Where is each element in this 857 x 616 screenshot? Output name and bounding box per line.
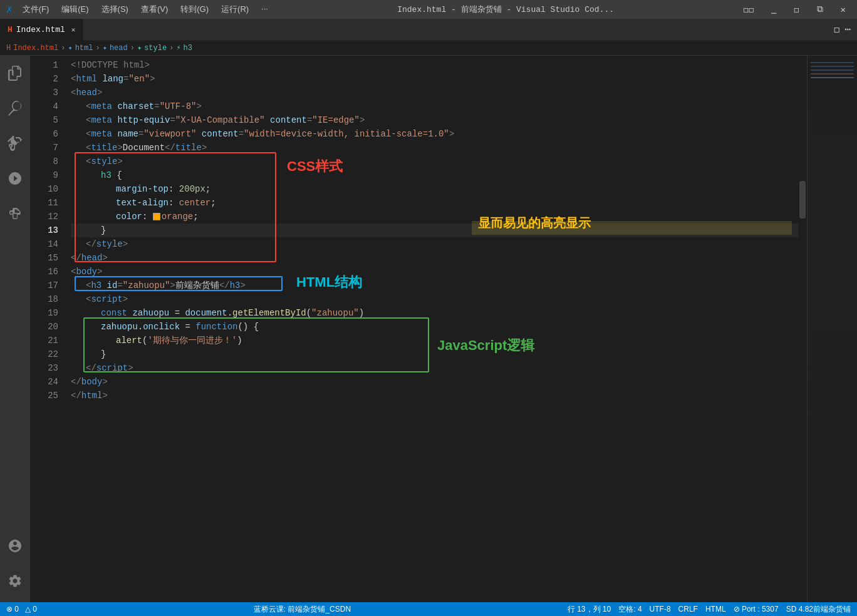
menu-view[interactable]: 查看(V) xyxy=(136,3,173,16)
status-language[interactable]: HTML xyxy=(705,605,726,613)
head-icon: ✦ xyxy=(103,43,107,53)
statusbar-left: ⊗ 0 △ 0 xyxy=(6,605,37,613)
html-annotation-box xyxy=(75,276,283,291)
breadcrumb-sep3: › xyxy=(130,44,135,53)
css-annotation-box xyxy=(75,152,276,262)
code-line-24: </body> xyxy=(71,375,798,389)
activitybar xyxy=(0,56,30,602)
breadcrumb-html[interactable]: ✦ html xyxy=(68,43,93,53)
statusbar: ⊗ 0 △ 0 蓝桥云课: 前端杂货铺_CSDN 行 13，列 10 空格: 4… xyxy=(0,602,857,616)
status-righttext: SD 4.82前端杂货铺 xyxy=(786,604,851,615)
extensions-icon[interactable] xyxy=(0,198,30,228)
tab-indexhtml[interactable]: H Index.html ✕ xyxy=(0,19,83,41)
split-editor-icon[interactable]: ◻ xyxy=(834,23,840,36)
menu-run[interactable]: 运行(R) xyxy=(216,3,254,16)
code-line-6: <meta name="viewport" content="width=dev… xyxy=(71,127,798,141)
breadcrumb-sep2: › xyxy=(95,44,100,53)
layout-btn[interactable]: ◻◻ xyxy=(738,3,759,16)
menu-goto[interactable]: 转到(G) xyxy=(175,3,214,16)
activitybar-bottom xyxy=(0,531,30,596)
code-area[interactable]: <!DOCTYPE html> <html lang="en"> <head> … xyxy=(65,56,798,602)
main-area: 12345 678910 1112131415 1617181920 21222… xyxy=(0,56,857,602)
menu-select[interactable]: 选择(S) xyxy=(96,3,133,16)
close-btn[interactable]: ✕ xyxy=(836,3,851,16)
menu-more[interactable]: ··· xyxy=(256,3,273,16)
code-line-2: <html lang="en"> xyxy=(71,72,798,86)
code-line-18: <script> xyxy=(71,292,798,306)
account-icon[interactable] xyxy=(0,531,30,561)
style-icon: ✦ xyxy=(137,43,142,53)
selector-icon: ⚡ xyxy=(176,43,180,53)
titlebar-left: ✗ 文件(F) 编辑(E) 选择(S) 查看(V) 转到(G) 运行(R) ··… xyxy=(6,3,273,16)
restore-btn[interactable]: ◻ xyxy=(789,3,804,16)
titlebar: ✗ 文件(F) 编辑(E) 选择(S) 查看(V) 转到(G) 运行(R) ··… xyxy=(0,0,857,19)
highlight-label: 显而易见的高亮显示 xyxy=(478,215,591,232)
js-label: JavaScript逻辑 xyxy=(437,336,534,355)
status-spaces[interactable]: 空格: 4 xyxy=(618,604,641,615)
status-line-col[interactable]: 行 13，列 10 xyxy=(568,604,611,615)
vscode-logo: ✗ xyxy=(6,3,13,16)
minimap xyxy=(807,56,857,602)
code-line-5: <meta http-equiv="X-UA-Compatible" conte… xyxy=(71,113,798,127)
html-label: HTML结构 xyxy=(296,273,362,292)
window-controls: ◻◻ ⎯ ◻ ⧉ ✕ xyxy=(738,3,851,16)
search-icon[interactable] xyxy=(0,93,30,123)
status-warnings[interactable]: △ 0 xyxy=(25,605,37,613)
line-numbers: 12345 678910 1112131415 1617181920 21222… xyxy=(30,56,65,602)
breadcrumb-h3[interactable]: ⚡ h3 xyxy=(176,43,192,53)
breadcrumb-file[interactable]: H Index.html xyxy=(6,44,58,53)
status-liveserver: 蓝桥云课: 前端杂货铺_CSDN xyxy=(254,604,351,615)
code-line-3: <head> xyxy=(71,86,798,100)
css-label: CSS样式 xyxy=(287,157,343,176)
status-errors[interactable]: ⊗ 0 xyxy=(6,605,19,613)
tab-close-icon[interactable]: ✕ xyxy=(71,26,76,34)
tabbar-actions: ◻ ⋯ xyxy=(834,23,857,36)
statusbar-right: 行 13，列 10 空格: 4 UTF-8 CRLF HTML ⊘ Port :… xyxy=(568,604,851,615)
breadcrumb-sep1: › xyxy=(61,44,65,53)
code-line-25: </html> xyxy=(71,389,798,403)
scrollbar-thumb[interactable] xyxy=(799,181,806,218)
breadcrumb-head[interactable]: ✦ head xyxy=(103,43,128,53)
tab-label: Index.html xyxy=(16,25,65,34)
menu-file[interactable]: 文件(F) xyxy=(18,3,55,16)
breadcrumb-style[interactable]: ✦ style xyxy=(137,43,167,53)
split-btn[interactable]: ⧉ xyxy=(812,3,828,16)
minimize-btn[interactable]: ⎯ xyxy=(766,3,781,16)
file-icon: H xyxy=(6,44,11,53)
explorer-icon[interactable] xyxy=(0,58,30,88)
menu-edit[interactable]: 编辑(E) xyxy=(56,3,93,16)
statusbar-center: 蓝桥云课: 前端杂货铺_CSDN xyxy=(254,604,351,615)
git-icon[interactable] xyxy=(0,128,30,158)
status-encoding[interactable]: UTF-8 xyxy=(650,605,671,613)
settings-icon[interactable] xyxy=(0,566,30,596)
code-line-4: <meta charset="UTF-8"> xyxy=(71,100,798,113)
more-actions-icon[interactable]: ⋯ xyxy=(844,23,851,36)
editor-wrapper: 12345 678910 1112131415 1617181920 21222… xyxy=(30,56,857,602)
html-icon: H xyxy=(8,25,13,34)
breadcrumb: H Index.html › ✦ html › ✦ head › ✦ style… xyxy=(0,41,857,56)
tabbar: H Index.html ✕ ◻ ⋯ xyxy=(0,19,857,41)
editor: 12345 678910 1112131415 1617181920 21222… xyxy=(30,56,857,602)
status-port[interactable]: ⊘ Port : 5307 xyxy=(734,605,779,613)
status-line-ending[interactable]: CRLF xyxy=(678,605,698,613)
debug-icon[interactable] xyxy=(0,163,30,193)
tag-icon: ✦ xyxy=(68,43,72,53)
activitybar-top xyxy=(0,58,30,228)
code-line-1: <!DOCTYPE html> xyxy=(71,58,798,72)
scrollbar[interactable] xyxy=(798,56,807,602)
menu-bar: 文件(F) 编辑(E) 选择(S) 查看(V) 转到(G) 运行(R) ··· xyxy=(18,3,273,16)
minimap-preview xyxy=(808,56,857,602)
window-title: Index.html - 前端杂货铺 - Visual Studio Cod..… xyxy=(397,4,614,15)
js-annotation-box xyxy=(83,317,429,372)
breadcrumb-sep4: › xyxy=(169,44,174,53)
